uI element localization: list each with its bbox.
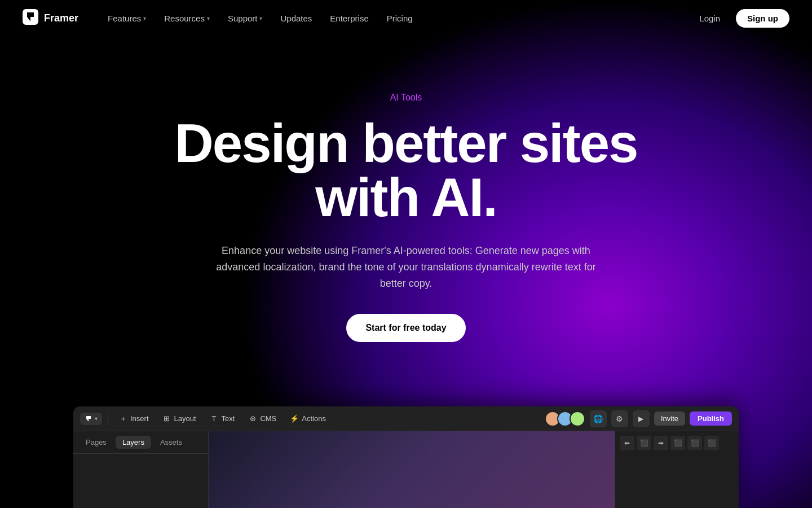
editor-toolbar: ▾ ＋ Insert ⊞ Layout T Text ⊛ CMS ⚡ Actio… — [73, 406, 739, 431]
actions-icon: ⚡ — [290, 414, 299, 423]
nav-right: Login Sign up — [690, 9, 789, 28]
toolbar-actions[interactable]: ⚡ Actions — [285, 412, 330, 426]
toolbar-text[interactable]: T Text — [205, 412, 240, 426]
plus-icon: ＋ — [118, 414, 127, 423]
logo-text: Framer — [44, 12, 78, 24]
chevron-down-icon: ▾ — [207, 15, 210, 21]
publish-button[interactable]: Publish — [690, 411, 732, 426]
settings-icon-button[interactable]: ⚙ — [611, 410, 628, 427]
nav-resources[interactable]: Resources ▾ — [157, 10, 217, 27]
login-button[interactable]: Login — [690, 10, 729, 27]
toolbar-right: 🌐 ⚙ ▶ Invite Publish — [545, 410, 732, 427]
nav-updates[interactable]: Updates — [273, 10, 319, 27]
layout-icon: ⊞ — [162, 414, 171, 423]
chevron-down-icon: ▾ — [259, 15, 262, 21]
toolbar-logo-chevron: ▾ — [95, 415, 98, 422]
panel-icon-grid: ⬅ ⬛ ➡ ⬛ ⬛ ⬛ — [620, 436, 734, 450]
chevron-down-icon: ▾ — [143, 15, 146, 21]
editor-canvas[interactable] — [209, 431, 615, 508]
sidebar-tabs: Pages Layers Assets — [73, 431, 208, 454]
editor-sidebar: Pages Layers Assets — [73, 431, 209, 508]
nav-links: Features ▾ Resources ▾ Support ▾ Updates… — [101, 10, 420, 27]
toolbar-layout[interactable]: ⊞ Layout — [158, 412, 201, 426]
invite-button[interactable]: Invite — [654, 411, 685, 426]
sidebar-tab-layers[interactable]: Layers — [116, 436, 151, 449]
editor-window: ▾ ＋ Insert ⊞ Layout T Text ⊛ CMS ⚡ Actio… — [73, 406, 739, 508]
sidebar-tab-pages[interactable]: Pages — [79, 436, 113, 449]
nav-enterprise[interactable]: Enterprise — [323, 10, 375, 27]
editor-right-panel: ⬅ ⬛ ➡ ⬛ ⬛ ⬛ — [615, 431, 739, 508]
toolbar-insert[interactable]: ＋ Insert — [114, 412, 153, 426]
canvas-background — [209, 431, 615, 508]
play-icon: ▶ — [638, 415, 643, 423]
nav-pricing[interactable]: Pricing — [380, 10, 420, 27]
hero-description: Enhance your website using Framer's AI-p… — [203, 243, 609, 291]
logo-icon — [23, 9, 38, 28]
globe-icon-button[interactable]: 🌐 — [590, 410, 607, 427]
cms-icon: ⊛ — [248, 414, 257, 423]
logo[interactable]: Framer — [23, 9, 78, 28]
signup-button[interactable]: Sign up — [736, 9, 789, 28]
text-icon: T — [210, 414, 219, 423]
more-icon-button[interactable]: ⬛ — [704, 436, 719, 450]
align-right-icon-button[interactable]: ➡ — [654, 436, 668, 450]
hero-section: AI Tools Design better sites with AI. En… — [0, 36, 812, 342]
spacing-icon-button[interactable]: ⬛ — [687, 436, 702, 450]
navigation: Framer Features ▾ Resources ▾ Support ▾ … — [0, 0, 812, 36]
align-left-icon-button[interactable]: ⬅ — [620, 436, 634, 450]
hero-tag: AI Tools — [390, 93, 422, 103]
hero-title: Design better sites with AI. — [152, 116, 660, 225]
toolbar-logo-button[interactable]: ▾ — [80, 413, 102, 425]
editor-mockup: ▾ ＋ Insert ⊞ Layout T Text ⊛ CMS ⚡ Actio… — [73, 406, 739, 508]
sidebar-tab-assets[interactable]: Assets — [153, 436, 189, 449]
nav-support[interactable]: Support ▾ — [221, 10, 270, 27]
avatar — [570, 411, 585, 427]
collaborator-avatars — [545, 411, 585, 427]
nav-left: Framer Features ▾ Resources ▾ Support ▾ … — [23, 9, 420, 28]
toolbar-separator — [108, 413, 108, 424]
nav-features[interactable]: Features ▾ — [101, 10, 153, 27]
toolbar-cms[interactable]: ⊛ CMS — [244, 412, 281, 426]
align-center-icon-button[interactable]: ⬛ — [637, 436, 651, 450]
editor-body: Pages Layers Assets ⬅ ⬛ — [73, 431, 739, 508]
start-free-button[interactable]: Start for free today — [346, 314, 465, 342]
distribute-icon-button[interactable]: ⬛ — [670, 436, 685, 450]
preview-button[interactable]: ▶ — [633, 410, 650, 427]
